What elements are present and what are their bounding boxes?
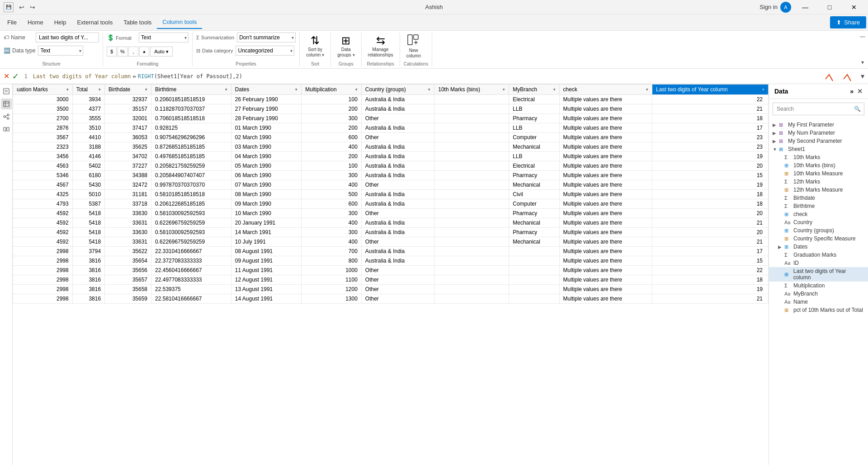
signin-button[interactable]: Sign in A <box>760 2 791 13</box>
col-birthtime[interactable]: Birthtime ▾ <box>151 85 231 95</box>
close-button[interactable]: ✕ <box>844 0 864 14</box>
tree-item[interactable]: AaCountry <box>769 218 868 226</box>
table-row: 35674410360530.90754629629629602 March 1… <box>13 133 769 142</box>
table-cell: Multiple values are there <box>559 123 652 133</box>
manage-relationships-button[interactable]: ⇆ Managerelationships <box>365 33 396 60</box>
data-table-container[interactable]: uation Marks ▾ Total ▾ Birthdate ▾ <box>13 84 769 465</box>
sidebar-icon-model[interactable] <box>1 111 12 122</box>
summarization-select[interactable]: Don't summarize Sum Average <box>237 33 296 42</box>
col-mybranch[interactable]: MyBranch ▾ <box>509 85 559 95</box>
tree-item[interactable]: ▼⊞Sheet1 <box>769 145 868 153</box>
name-input[interactable] <box>36 33 99 42</box>
tree-expand-icon[interactable]: ▼ <box>773 147 778 152</box>
table-cell: 36053 <box>105 133 151 142</box>
table-cell <box>509 285 559 294</box>
menu-external-tools[interactable]: External tools <box>71 16 118 28</box>
formula-cancel-icon[interactable]: ✕ <box>4 72 9 80</box>
filter-check-icon[interactable]: ▾ <box>646 87 648 92</box>
col-total[interactable]: Total ▾ <box>72 85 104 95</box>
filter-mybranch-icon[interactable]: ▾ <box>553 87 556 92</box>
tree-expand-icon[interactable]: ▶ <box>778 244 783 249</box>
formula-accept-icon[interactable]: ✓ <box>12 71 19 81</box>
tree-expand-icon[interactable]: ▶ <box>773 139 778 144</box>
tree-item[interactable]: ⊞12th Marks Measure <box>769 186 868 194</box>
table-row: 30003934329370.20601851851851926 Februar… <box>13 95 769 104</box>
tree-expand-icon[interactable]: ▶ <box>773 122 778 127</box>
col-multiplication[interactable]: Multiplication ▾ <box>302 85 362 95</box>
tree-item[interactable]: ΣBirthtime <box>769 202 868 210</box>
table-cell: 100 <box>302 95 362 104</box>
menu-home[interactable]: Home <box>22 16 49 28</box>
dollar-button[interactable]: $ <box>107 47 117 56</box>
save-icon[interactable]: 💾 <box>4 2 14 12</box>
col-birthdate[interactable]: Birthdate ▾ <box>105 85 151 95</box>
tree-item[interactable]: ⊞10th Marks (bins) <box>769 161 868 169</box>
auto-select-btn[interactable]: Auto ▾ <box>150 47 173 56</box>
comma-button[interactable]: , <box>128 47 138 56</box>
menu-column-tools[interactable]: Column tools <box>157 16 202 29</box>
decimal-up-button[interactable]: ▲ <box>139 47 149 56</box>
menu-help[interactable]: Help <box>49 16 72 28</box>
filter-graduation-marks-icon[interactable]: ▾ <box>66 87 69 92</box>
minimize-button[interactable]: — <box>795 0 816 14</box>
sidebar-icon-data[interactable] <box>1 99 12 109</box>
right-panel-expand-icon[interactable]: » <box>850 88 854 95</box>
tree-item[interactable]: ▶⊞My Second Parameter <box>769 137 868 145</box>
filter-dates-icon[interactable]: ▾ <box>295 87 297 92</box>
filter-10th-marks-bins-icon[interactable]: ▾ <box>503 87 505 92</box>
formula-expand-button[interactable]: ▾ <box>861 72 864 80</box>
tree-item[interactable]: Σ12th Marks <box>769 178 868 186</box>
filter-total-icon[interactable]: ▾ <box>99 87 101 92</box>
filter-birthdate-icon[interactable]: ▾ <box>145 87 147 92</box>
percent-button[interactable]: % <box>118 47 127 56</box>
tree-item[interactable]: ΣMultiplication <box>769 282 868 290</box>
filter-birthtime-icon[interactable]: ▾ <box>225 87 227 92</box>
tree-item[interactable]: ΣBirthdate <box>769 194 868 202</box>
data-groups-button[interactable]: ⊞ Datagroups ▾ <box>335 33 357 60</box>
datatype-select[interactable]: Text Whole number Decimal number Date <box>38 46 83 56</box>
filter-multiplication-icon[interactable]: ▾ <box>355 87 358 92</box>
filter-country-groups-icon[interactable]: ▾ <box>428 87 430 92</box>
tree-item[interactable]: ▶⊞My First Parameter <box>769 121 868 129</box>
tree-item[interactable]: ΣGraduation Marks <box>769 251 868 259</box>
tree-item[interactable]: ⊞10th Marks Measure <box>769 169 868 178</box>
ribbon-collapse-button[interactable]: — <box>860 33 865 40</box>
search-input[interactable] <box>773 103 864 115</box>
menu-file[interactable]: File <box>2 16 22 28</box>
tree-item[interactable]: AaID <box>769 259 868 267</box>
tree-item[interactable]: ⊞check <box>769 210 868 218</box>
table-cell: 1200 <box>302 285 362 294</box>
col-check[interactable]: check ▾ <box>559 85 652 95</box>
menu-table-tools[interactable]: Table tools <box>118 16 157 28</box>
tree-item[interactable]: ⊞Last two digits of Year column <box>769 267 868 282</box>
table-cell: Multiple values are there <box>559 142 652 152</box>
share-button[interactable]: ⬆ Share <box>830 16 866 28</box>
svg-point-10 <box>4 116 5 117</box>
format-select[interactable]: Text General Number <box>139 33 189 42</box>
right-panel-close-icon[interactable]: ✕ <box>857 88 863 95</box>
tree-item[interactable]: Σ10th Marks <box>769 153 868 161</box>
tree-expand-icon[interactable]: ▶ <box>773 131 778 136</box>
tree-item[interactable]: ⊞pct of 10th Marks out of Total <box>769 306 868 314</box>
tree-item[interactable]: AaName <box>769 298 868 306</box>
tree-item[interactable]: AaMyBranch <box>769 290 868 298</box>
redo-button[interactable]: ↪ <box>28 3 37 12</box>
undo-button[interactable]: ↩ <box>17 3 26 12</box>
tree-item[interactable]: ⊞Country (groups) <box>769 226 868 235</box>
col-last-two-digits[interactable]: Last two digits of Year column ▾ <box>652 85 768 95</box>
datacategory-select[interactable]: Uncategorized Address City <box>236 46 294 56</box>
sidebar-icon-report[interactable] <box>1 86 12 97</box>
col-country-groups[interactable]: Country (groups) ▾ <box>361 85 434 95</box>
tree-item[interactable]: ⊞Country Specific Measure <box>769 235 868 243</box>
tree-item[interactable]: ▶⊞Dates <box>769 243 868 251</box>
sort-by-column-button[interactable]: ⇅ Sort bycolumn ▾ <box>303 33 327 60</box>
filter-last-two-digits-icon[interactable]: ▾ <box>762 87 764 92</box>
col-dates[interactable]: Dates ▾ <box>231 85 301 95</box>
tree-item[interactable]: ▶⊞My Num Parameter <box>769 129 868 137</box>
new-column-button[interactable]: Newcolumn <box>404 33 424 61</box>
col-10th-marks-bins[interactable]: 10th Marks (bins) ▾ <box>434 85 509 95</box>
ribbon-expand-button[interactable]: ▾ <box>860 59 865 66</box>
sidebar-icon-dax[interactable] <box>1 124 12 135</box>
col-graduation-marks[interactable]: uation Marks ▾ <box>13 85 73 95</box>
maximize-button[interactable]: □ <box>819 0 840 14</box>
